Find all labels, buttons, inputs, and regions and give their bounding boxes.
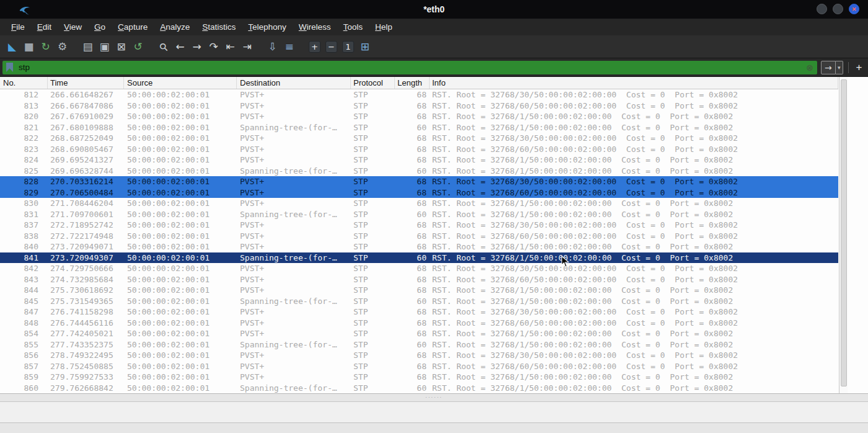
packet-row-838[interactable]: 838272.72217494850:00:00:02:00:01PVST+ST… bbox=[0, 231, 838, 242]
find-packet-icon[interactable]: ⚲ bbox=[153, 35, 174, 57]
cell-info: RST. Root = 32768/1/50:00:00:02:00:00 Co… bbox=[430, 198, 838, 209]
packet-row-844[interactable]: 844275.73061869250:00:00:02:00:01PVST+ST… bbox=[0, 285, 838, 296]
autoscroll-icon[interactable]: ⇩ bbox=[265, 39, 280, 55]
column-header-dst[interactable]: Destination bbox=[237, 77, 351, 89]
packet-row-820[interactable]: 820267.67691002950:00:00:02:00:01PVST+ST… bbox=[0, 111, 838, 122]
maximize-button[interactable] bbox=[833, 4, 843, 14]
menu-go[interactable]: Go bbox=[88, 19, 112, 35]
resize-columns-icon[interactable]: ⊞ bbox=[357, 39, 373, 55]
go-back-icon[interactable]: ← bbox=[172, 39, 188, 55]
cell-info: RST. Root = 32768/60/50:00:00:02:00:00 C… bbox=[430, 100, 838, 112]
packet-row-854[interactable]: 854277.74240502150:00:00:02:00:01PVST+ST… bbox=[0, 328, 838, 339]
scrollbar-thumb[interactable] bbox=[841, 79, 847, 386]
cell-no: 842 bbox=[0, 263, 48, 274]
packet-row-812[interactable]: 812266.66164826750:00:00:02:00:01PVST+ST… bbox=[0, 89, 838, 100]
filter-input[interactable] bbox=[19, 63, 802, 72]
close-file-icon[interactable]: ⊠ bbox=[113, 39, 129, 55]
minimize-button[interactable] bbox=[817, 4, 827, 14]
zoom-in-icon[interactable]: + bbox=[309, 41, 321, 53]
menu-analyze[interactable]: Analyze bbox=[154, 19, 196, 35]
cell-no: 859 bbox=[0, 372, 48, 383]
cell-dst: PVST+ bbox=[237, 306, 351, 318]
add-filter-button[interactable]: + bbox=[854, 61, 864, 74]
menu-file[interactable]: File bbox=[5, 19, 31, 35]
menu-telephony[interactable]: Telephony bbox=[242, 19, 293, 35]
close-button[interactable]: ✕ bbox=[849, 4, 859, 14]
packet-row-857[interactable]: 857278.75245088550:00:00:02:00:01PVST+ST… bbox=[0, 361, 838, 372]
packet-row-843[interactable]: 843274.73298568450:00:00:02:00:01PVST+ST… bbox=[0, 274, 838, 285]
menu-tools[interactable]: Tools bbox=[337, 19, 370, 35]
splitter-grip[interactable]: ······ bbox=[425, 395, 443, 401]
menu-statistics[interactable]: Statistics bbox=[196, 19, 242, 35]
go-forward-icon[interactable]: → bbox=[189, 39, 205, 55]
cell-proto: STP bbox=[351, 383, 395, 394]
column-header-time[interactable]: Time bbox=[48, 77, 124, 89]
packet-row-856[interactable]: 856278.74932249550:00:00:02:00:01PVST+ST… bbox=[0, 350, 838, 361]
colorize-icon[interactable]: ≡ bbox=[281, 39, 297, 55]
column-header-info[interactable]: Info bbox=[430, 77, 838, 89]
column-header-src[interactable]: Source bbox=[124, 77, 237, 89]
pane-splitter[interactable]: ······ bbox=[0, 393, 868, 402]
cell-dst: Spanning-tree-(for-… bbox=[237, 252, 351, 264]
cell-src: 50:00:00:02:00:01 bbox=[124, 306, 237, 318]
menu-wireless[interactable]: Wireless bbox=[293, 19, 337, 35]
cell-no: 825 bbox=[0, 166, 48, 177]
stop-capture-icon[interactable]: ■ bbox=[21, 39, 37, 55]
cell-len: 60 bbox=[395, 166, 430, 177]
column-header-no[interactable]: No. bbox=[0, 77, 48, 89]
apply-filter-button[interactable]: → bbox=[821, 61, 836, 74]
filter-dropdown-button[interactable]: ▾ bbox=[836, 61, 843, 74]
packet-row-813[interactable]: 813266.66784708650:00:00:02:00:01PVST+ST… bbox=[0, 100, 838, 112]
packet-row-837[interactable]: 837272.71895274250:00:00:02:00:01PVST+ST… bbox=[0, 220, 838, 231]
zoom-out-icon[interactable]: − bbox=[326, 41, 337, 53]
packet-row-824[interactable]: 824269.69524132750:00:00:02:00:01PVST+ST… bbox=[0, 154, 838, 166]
cell-no: 841 bbox=[0, 252, 48, 264]
reload-icon[interactable]: ↺ bbox=[130, 39, 146, 55]
display-filter-field[interactable]: ⊗ bbox=[2, 61, 817, 74]
filter-bookmark-icon[interactable] bbox=[6, 63, 13, 72]
restart-capture-icon[interactable]: ↻ bbox=[38, 39, 53, 55]
menu-view[interactable]: View bbox=[58, 19, 88, 35]
column-header-len[interactable]: Length bbox=[395, 77, 430, 89]
goto-packet-icon[interactable]: ↷ bbox=[206, 39, 221, 55]
packet-row-855[interactable]: 855277.74335237550:00:00:02:00:01Spannin… bbox=[0, 339, 838, 350]
packet-row-821[interactable]: 821267.68010988850:00:00:02:00:01Spannin… bbox=[0, 122, 838, 133]
cell-len: 68 bbox=[395, 285, 430, 296]
go-first-icon[interactable]: ⇤ bbox=[223, 39, 238, 55]
packet-row-822[interactable]: 822268.68725204950:00:00:02:00:01PVST+ST… bbox=[0, 133, 838, 144]
packet-row-860[interactable]: 860279.76266884250:00:00:02:00:01Spannin… bbox=[0, 383, 838, 394]
packet-row-841[interactable]: 841273.72094930750:00:00:02:00:01Spannin… bbox=[0, 252, 838, 264]
cell-len: 60 bbox=[395, 209, 430, 220]
packet-row-848[interactable]: 848276.74445611650:00:00:02:00:01PVST+ST… bbox=[0, 318, 838, 329]
packet-row-825[interactable]: 825269.69632874450:00:00:02:00:01Spannin… bbox=[0, 166, 838, 177]
packet-row-823[interactable]: 823268.69080546750:00:00:02:00:01PVST+ST… bbox=[0, 144, 838, 155]
cell-info: RST. Root = 32768/1/50:00:00:02:00:00 Co… bbox=[430, 122, 838, 133]
status-bar bbox=[0, 422, 868, 433]
packet-row-829[interactable]: 829270.70650048450:00:00:02:00:01PVST+ST… bbox=[0, 187, 838, 199]
packet-row-830[interactable]: 830271.70844620450:00:00:02:00:01PVST+ST… bbox=[0, 198, 838, 209]
cell-no: 840 bbox=[0, 241, 48, 252]
clear-filter-icon[interactable]: ⊗ bbox=[806, 63, 813, 73]
packet-row-842[interactable]: 842274.72975066650:00:00:02:00:01PVST+ST… bbox=[0, 263, 838, 274]
packet-row-828[interactable]: 828270.70331621450:00:00:02:00:01PVST+ST… bbox=[0, 176, 838, 187]
cell-info: RST. Root = 32768/60/50:00:00:02:00:00 C… bbox=[430, 274, 838, 285]
packet-row-840[interactable]: 840273.72094907150:00:00:02:00:01PVST+ST… bbox=[0, 241, 838, 252]
capture-options-icon[interactable]: ⚙ bbox=[55, 39, 70, 55]
go-last-icon[interactable]: ⇥ bbox=[239, 39, 255, 55]
cell-dst: PVST+ bbox=[237, 187, 351, 199]
cell-time: 274.732985684 bbox=[48, 274, 124, 285]
packet-row-847[interactable]: 847276.74115829850:00:00:02:00:01PVST+ST… bbox=[0, 306, 838, 318]
vertical-scrollbar[interactable] bbox=[839, 77, 848, 393]
cell-time: 266.661648267 bbox=[48, 89, 124, 100]
menu-capture[interactable]: Capture bbox=[112, 19, 154, 35]
menu-help[interactable]: Help bbox=[369, 19, 399, 35]
open-file-icon[interactable]: ▤ bbox=[80, 39, 95, 55]
save-file-icon[interactable]: ▣ bbox=[97, 39, 112, 55]
zoom-100-icon[interactable]: 1 bbox=[342, 41, 354, 53]
column-header-proto[interactable]: Protocol bbox=[351, 77, 395, 89]
packet-row-831[interactable]: 831271.70970060150:00:00:02:00:01Spannin… bbox=[0, 209, 838, 220]
menu-edit[interactable]: Edit bbox=[31, 19, 58, 35]
packet-row-859[interactable]: 859279.75992753350:00:00:02:00:01PVST+ST… bbox=[0, 372, 838, 383]
start-capture-icon[interactable]: ◣ bbox=[4, 39, 20, 55]
packet-row-845[interactable]: 845275.73154936550:00:00:02:00:01Spannin… bbox=[0, 296, 838, 307]
